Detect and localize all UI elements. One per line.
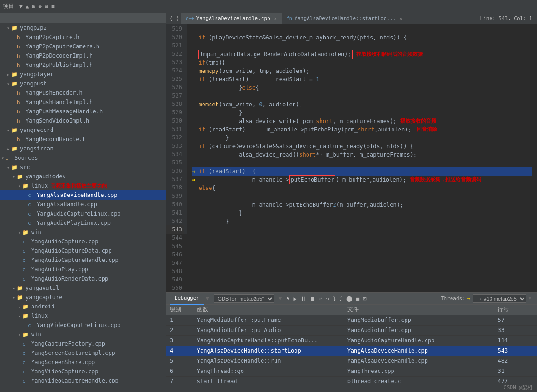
tab-cpp-close[interactable]: ✕: [274, 16, 277, 21]
folder-arrow[interactable]: ▸: [6, 146, 11, 151]
folder-arrow[interactable]: ▾: [6, 81, 11, 86]
code-line-527: ⇒ if (playDeviceState&&alsa_device_playb…: [192, 33, 532, 42]
tree-item-YangP2pDecoderImpl-h[interactable]: hYangP2pDecoderImpl.h: [0, 51, 166, 60]
folder-arrow[interactable]: ▾: [11, 295, 17, 300]
tree-item-YangScreenShare-cpp[interactable]: cYangScreenShare.cpp: [0, 358, 166, 367]
debugger-tab[interactable]: Debugger: [170, 293, 204, 305]
tree-item-Sources[interactable]: ▾⊞Sources: [0, 153, 166, 163]
tree-item-YangP2pPublishImpl-h[interactable]: hYangP2pPublishImpl.h: [0, 60, 166, 70]
tree-item-YangVideoCaputreHandle-cpp[interactable]: cYangVideoCaputreHandle.cpp: [0, 376, 166, 383]
tree-item-win[interactable]: ▸📁win: [0, 228, 166, 237]
folder-arrow[interactable]: ▾: [6, 165, 11, 170]
cell-file: pthread_create.c: [344, 376, 494, 383]
threads-select[interactable]: → #13 metap2p5: [473, 294, 526, 303]
debugger-table[interactable]: 级别 函数 文件 行号 1 YangMediaBuffer::putFrame …: [166, 305, 537, 383]
dbg-icon-3[interactable]: ⏸: [300, 294, 307, 303]
debug-row-1[interactable]: 1 YangMediaBuffer::putFrame YangMediaBuf…: [166, 315, 537, 325]
no-arrow: ⇒: [192, 33, 198, 42]
tree-item-YangP2pCapture-h[interactable]: hYangP2pCapture.h: [0, 33, 166, 42]
toolbar-icon-link[interactable]: ⊕: [38, 3, 42, 10]
tree-label: yangrecord: [20, 127, 53, 133]
no-arrow: ⇒: [192, 209, 198, 217]
tree-item-yangstream[interactable]: ▸📁yangstream: [0, 144, 166, 153]
debug-row-3[interactable]: 3 YangAudioCaptureHandle::putEchoBu... Y…: [166, 335, 537, 346]
tree-item-YangCaptureFactory-cpp[interactable]: cYangCaptureFactory.cpp: [0, 339, 166, 348]
folder-arrow[interactable]: ▸: [17, 304, 22, 309]
tree-item-yangaudiodev[interactable]: ▾📁yangaudiodev: [0, 172, 166, 181]
nav-prev[interactable]: ⟨: [170, 15, 173, 22]
nav-next[interactable]: ⟩: [176, 15, 180, 22]
tree-item-YangRecordHandle-h[interactable]: hYangRecordHandle.h: [0, 135, 166, 144]
toolbar-icon-add[interactable]: ⊞: [45, 3, 48, 10]
folder-arrow[interactable]: ▾: [6, 128, 11, 133]
tree-item-YangAudioCaptureLinux-cpp[interactable]: cYangAudioCaptureLinux.cpp: [0, 209, 166, 218]
debug-row-2[interactable]: 2 YangAudioBuffer::putAudio YangAudioBuf…: [166, 325, 537, 335]
debug-row-6[interactable]: 6 YangThread::go YangThread.cpp 31: [166, 366, 537, 376]
dbg-icon-7[interactable]: ⤵: [332, 294, 337, 303]
toolbar-icon-1[interactable]: ▼: [19, 3, 23, 10]
tree-item-YangAudioCaptureHandle-cpp[interactable]: cYangAudioCaptureHandle.cpp: [0, 255, 166, 265]
tree-item-YangSendVideoImpl-h[interactable]: hYangSendVideoImpl.h: [0, 116, 166, 125]
tab-cpp[interactable]: c++ YangAlsaDeviceHandle.cpp ✕: [181, 13, 282, 24]
tree-item-YangAlsaHandle-cpp[interactable]: cYangAlsaHandle.cpp: [0, 200, 166, 209]
dbg-icon-1[interactable]: ⚑: [285, 294, 290, 303]
line-num-548: 548: [166, 267, 184, 275]
tree-item-android[interactable]: ▸📁android: [0, 302, 166, 311]
toolbar-icon-2[interactable]: ▲: [26, 3, 29, 10]
file-cpp-icon: c: [28, 192, 35, 198]
code-lines[interactable]: ⇒ pollfd *pfds = (pollfd*) malloc(sizeof…: [187, 24, 537, 234]
tree-item-YangVideoCaputreLinux-cpp[interactable]: cYangVideoCaputreLinux.cpp: [0, 320, 166, 330]
tree-item-yangavutil[interactable]: ▸📁yangavutil: [0, 283, 166, 293]
folder-arrow[interactable]: ▸: [6, 72, 11, 77]
tab-fn-close[interactable]: ✕: [399, 16, 402, 21]
tree-item-yangcapture[interactable]: ▾📁yangcapture: [0, 293, 166, 302]
dbg-icon-5[interactable]: ↩: [318, 294, 323, 303]
tree-item-yangp2p2[interactable]: ▾📁yangp2p2: [0, 23, 166, 33]
folder-arrow[interactable]: ▾: [17, 183, 22, 189]
folder-arrow[interactable]: ▸: [11, 286, 17, 291]
toolbar-icon-menu[interactable]: ≡: [51, 3, 55, 10]
folder-arrow[interactable]: ▸: [17, 314, 22, 319]
gdb-select[interactable]: GDB for "metap2p5": [214, 294, 274, 303]
tree-item-YangP2pCaputreCamera-h[interactable]: hYangP2pCaputreCamera.h: [0, 42, 166, 51]
line-num-547: 547: [166, 259, 184, 267]
tree-item-YangAudioPlayLinux-cpp[interactable]: cYangAudioPlayLinux.cpp: [0, 218, 166, 228]
folder-arrow[interactable]: ▸: [17, 230, 22, 235]
tree-label: YangAlsaHandle.cpp: [37, 201, 97, 208]
tree-item-YangVideoCapture-cpp[interactable]: cYangVideoCapture.cpp: [0, 367, 166, 376]
folder-arrow[interactable]: ▾: [6, 26, 11, 31]
folder-arrow[interactable]: ▸: [17, 332, 22, 337]
tree-item-linux[interactable]: ▸📁linux: [0, 311, 166, 320]
tree-item-yangplayer[interactable]: ▸📁yangplayer: [0, 70, 166, 79]
sep1: ▼: [206, 295, 209, 301]
tree-item-YangPushMessageHandle-h[interactable]: hYangPushMessageHandle.h: [0, 107, 166, 116]
tree-item-YangPushEncoder-h[interactable]: hYangPushEncoder.h: [0, 88, 166, 98]
tree-item-YangAudioCaptureData-cpp[interactable]: cYangAudioCaptureData.cpp: [0, 246, 166, 255]
tab-fn[interactable]: fn YangAlsaDeviceHandle::startLoo... ✕: [282, 13, 408, 24]
folder-arrow[interactable]: ▾: [11, 174, 17, 179]
tree-item-yangrecord[interactable]: ▾📁yangrecord: [0, 125, 166, 135]
tree-item-YangAudioCapture-cpp[interactable]: cYangAudioCapture.cpp: [0, 237, 166, 246]
dbg-icon-6[interactable]: ↪: [325, 294, 330, 303]
tree-item-YangAudioPlay-cpp[interactable]: cYangAudioPlay.cpp: [0, 265, 166, 274]
debug-row-4[interactable]: 4 YangAlsaDeviceHandle::startLoop YangAl…: [166, 346, 537, 356]
dbg-icon-4[interactable]: ⏹: [309, 294, 316, 303]
tree-item-win[interactable]: ▸📁win: [0, 330, 166, 339]
tree-item-yangpush[interactable]: ▾📁yangpush: [0, 79, 166, 88]
tree-item-linux[interactable]: ▾📁linux音频采集和播放主要功能: [0, 181, 166, 190]
dbg-icon-2[interactable]: ▶: [292, 294, 297, 303]
debug-row-5[interactable]: 5 YangAlsaDeviceHandle::run YangAlsaDevi…: [166, 356, 537, 366]
tree-item-YangAudioRenderData-cpp[interactable]: cYangAudioRenderData.cpp: [0, 274, 166, 283]
debug-row-7[interactable]: 7 start_thread pthread_create.c 477: [166, 376, 537, 383]
tree-item-src[interactable]: ▾📁src: [0, 163, 166, 172]
toolbar-icon-filter[interactable]: ⊞: [32, 3, 36, 10]
code-content[interactable]: 5125135145155165175185195205215225235245…: [166, 24, 537, 292]
tree-item-YangScreenCaptureImpl-cpp[interactable]: cYangScreenCaptureImpl.cpp: [0, 348, 166, 358]
tree-item-YangAlsaDeviceHandle-cpp[interactable]: cYangAlsaDeviceHandle.cpp: [0, 190, 166, 200]
dbg-icon-8[interactable]: ⤴: [339, 294, 343, 303]
dbg-icon-9[interactable]: ⬤: [345, 294, 353, 303]
dbg-icon-11[interactable]: ⊡: [362, 294, 367, 303]
dbg-icon-10[interactable]: ◼: [355, 294, 360, 303]
folder-arrow[interactable]: ▾: [0, 156, 6, 161]
tree-item-YangPushHandleImpl-h[interactable]: hYangPushHandleImpl.h: [0, 98, 166, 107]
